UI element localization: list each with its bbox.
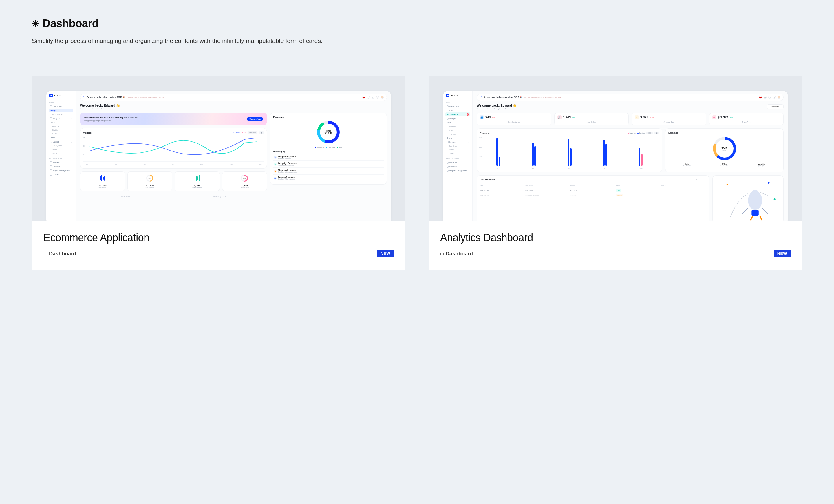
message-icon[interactable]: ☐: [768, 96, 771, 99]
kpi-avgsale: $$ 323-1.4%Average Sale: [632, 113, 706, 126]
month-selector[interactable]: This month⌄: [767, 104, 784, 109]
sidebar-item-cards[interactable]: Cards⌄: [445, 121, 470, 125]
order-row[interactable]: June 9,2020Elon Musk$1,322.45Paid: [480, 188, 706, 193]
info-icon: ⓘ: [480, 96, 482, 99]
brand-text: YODA.: [54, 94, 62, 97]
stat-neworder: 13,346New Order: [80, 172, 125, 191]
revenue-panel: Revenue Expense Earning 2020 ▦: [477, 128, 662, 172]
category-company[interactable]: ⚙Company ExpensesEmployee expenses›: [273, 154, 384, 160]
sidebar-section-main: MAIN: [49, 102, 73, 103]
sidebar-item-dashboard[interactable]: Dashboard⌄: [445, 105, 470, 108]
sidebar-b: ◆ YODA. MAIN Dashboard⌄ Analytic E-Comme…: [443, 91, 473, 221]
sidebar-item-statistic[interactable]: Statistic: [49, 128, 73, 132]
search-icon[interactable]: ⚲: [764, 96, 767, 99]
avatar[interactable]: [381, 96, 384, 99]
topbar-question: Do you know the latest update of 2021? 🎉: [87, 96, 125, 98]
card-ecommerce[interactable]: ◆ YODA. MAIN Dashboard⌄ Analytic E-Comme…: [32, 76, 405, 270]
topbar: ⓘ Do you know the latest update of 2021?…: [477, 94, 784, 101]
sidebar: ◆ YODA. MAIN Dashboard⌄ Analytic E-Comme…: [46, 91, 76, 221]
sidebar-item-ecommerce[interactable]: E-Commerce: [49, 113, 73, 116]
range-selector[interactable]: Last Year: [248, 131, 258, 134]
sidebar-item-contact[interactable]: Contact: [49, 173, 73, 176]
avatar[interactable]: [777, 96, 781, 99]
upgrade-button[interactable]: Upgrade Now: [247, 117, 263, 121]
sidebar-item-dashboard[interactable]: Dashboard⌄: [49, 105, 73, 108]
preview-analytics: ◆ YODA. MAIN Dashboard⌄ Analytic E-Comme…: [429, 76, 802, 221]
info-icon: ⓘ: [83, 96, 85, 99]
promo-sub: by upgrading your plan to premium: [84, 120, 138, 122]
flag-icon[interactable]: [759, 96, 762, 99]
illustration-panel: [712, 175, 784, 221]
calendar-icon[interactable]: ▦: [259, 131, 264, 134]
stat-subscribe: 1,346New Subscribe: [175, 172, 220, 191]
sidebar-section-apps: APPLICATIONS: [49, 157, 73, 159]
page-title-text: Dashboard: [43, 17, 99, 30]
logo-icon: ◆: [446, 94, 449, 97]
earnings-panel: Earnings %23Diciken Online$2 - $1,345 Of…: [665, 128, 784, 172]
card-title-ecommerce: Ecommerce Application: [43, 232, 394, 244]
logo-icon: ◆: [49, 94, 53, 97]
preview-ecommerce: ◆ YODA. MAIN Dashboard⌄ Analytic E-Comme…: [32, 76, 405, 221]
search-icon[interactable]: ⚲: [367, 96, 370, 99]
sidebar-item-project[interactable]: Project Management: [49, 169, 73, 172]
orders-panel: Latest Orders View all orders DateBillin…: [477, 175, 709, 221]
view-all-link[interactable]: View all orders: [696, 179, 706, 181]
visiters-title: Visiters: [83, 132, 91, 134]
topbar: ⓘ Do you know the latest update of 2021?…: [80, 94, 387, 101]
more-icon[interactable]: ⋯: [382, 116, 384, 118]
card-analytics[interactable]: ◆ YODA. MAIN Dashboard⌄ Analytic E-Comme…: [429, 76, 802, 270]
kpi-customer: 👥243-3%New Customer: [477, 113, 551, 126]
category-booking[interactable]: ▤Booking ExpensesCheckout Ticket expense…: [273, 174, 384, 181]
sidebar-item-grid[interactable]: Grid System: [49, 144, 73, 148]
sidebar-item-advance[interactable]: Advance: [49, 125, 73, 128]
visiters-panel: Visiters ● Organic ● Ads Last Year ▦: [80, 128, 267, 169]
kpi-gross: ◎$ 1,324+8%Gross Profit: [709, 113, 784, 126]
promo-title: Get exclusive discounts for any payment …: [84, 116, 138, 119]
welcome-sub: Your current status and analytics are he…: [80, 108, 387, 110]
page-title: ✳ Dashboard: [32, 17, 802, 30]
divider: [32, 56, 802, 56]
promo-banner: Get exclusive discounts for any payment …: [80, 113, 267, 125]
flag-icon[interactable]: [362, 96, 365, 99]
svg-point-0: [727, 184, 728, 185]
by-category-title: By Category: [273, 150, 384, 152]
page-subtitle: Simplify the process of managing and org…: [32, 37, 802, 44]
category-campaign[interactable]: ◎Campaign ExpensesPromotion & Commercial…: [273, 160, 384, 168]
stat-ticket: %76 2,345Ticket Closed: [222, 172, 267, 191]
sidebar-item-calendar[interactable]: Calendar: [49, 165, 73, 168]
sidebar-item-analytic[interactable]: Analytic: [49, 109, 73, 112]
sidebar-item-layouts[interactable]: Layouts⌄: [49, 140, 73, 144]
sidebar-item-ecommerce-active[interactable]: E-Commerce: [445, 112, 470, 116]
expenses-donut: Total$4,256: [317, 121, 340, 144]
sidebar-item-divider[interactable]: Divider: [49, 152, 73, 155]
calendar-icon[interactable]: ▦: [655, 132, 659, 134]
tab-ads[interactable]: Ads: [244, 132, 246, 133]
new-badge: NEW: [377, 250, 394, 257]
sidebar-item-analytic[interactable]: Analytic: [445, 109, 470, 112]
sidebar-item-widgets[interactable]: Widgets⌄: [49, 116, 73, 120]
sidebar-item-mail[interactable]: Mail App: [49, 160, 73, 164]
bell-icon[interactable]: ◔: [376, 96, 379, 99]
message-icon[interactable]: ☐: [372, 96, 374, 99]
logo: ◆ YODA.: [445, 94, 470, 97]
card-title-analytics: Analytics Dashboard: [440, 232, 791, 244]
year-selector[interactable]: 2020: [646, 132, 653, 134]
svg-point-2: [773, 198, 775, 200]
sidebar-item-charts[interactable]: Charts: [49, 136, 73, 139]
card-meta-analytics: in Dashboard: [440, 251, 791, 257]
bell-icon[interactable]: ◔: [773, 96, 776, 99]
sidebar-item-widgets[interactable]: Widgets⌄: [445, 117, 470, 120]
order-row[interactable]: June 9,2020Christiano Ronaldo$733.32Refu…: [480, 193, 706, 198]
tab-organic[interactable]: Organic: [235, 132, 240, 133]
sidebar-item-spacer[interactable]: Spacer: [49, 148, 73, 151]
sidebar-item-cards[interactable]: Cards⌄: [49, 120, 73, 124]
new-badge: NEW: [774, 250, 791, 257]
category-shopping[interactable]: ⬢Shopping ExpensesCheckout last years ex…: [273, 168, 384, 174]
expenses-title: Expenses: [273, 116, 284, 118]
spark-icon: ✳: [32, 19, 39, 29]
sidebar-item-analytics[interactable]: Analytics: [49, 132, 73, 135]
expenses-panel: Expenses ⋯ Total$4,256 Marketing Payment…: [270, 113, 387, 184]
topbar-note: An overview of our is now available on Y…: [128, 96, 164, 98]
kpi-orders: 🛒1,243+4%New Orders: [554, 113, 629, 126]
earnings-donut: %23Diciken: [713, 137, 736, 160]
